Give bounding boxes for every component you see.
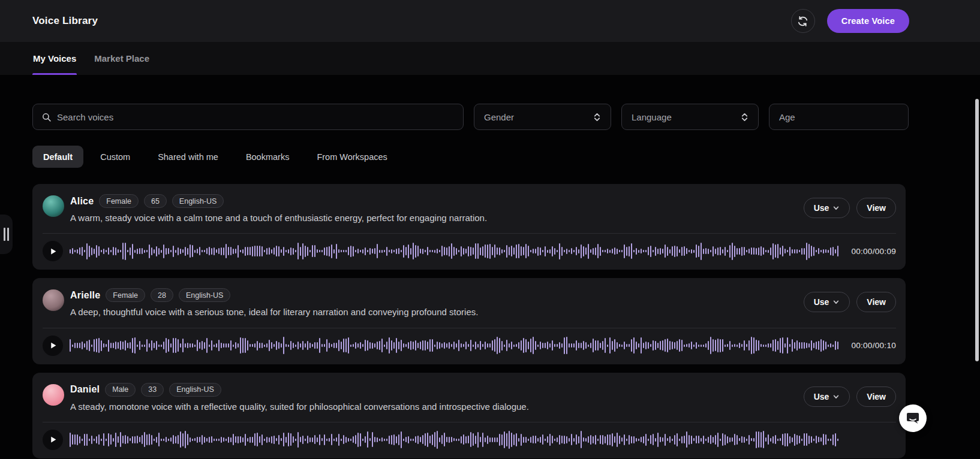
chevron-down-icon [832, 298, 840, 306]
voice-card-header: Arielle Female 28 English-US A deep, tho… [43, 288, 896, 318]
gender-badge: Female [106, 288, 145, 302]
main-tabs: My Voices Market Place [0, 42, 980, 75]
drag-handle-icon [4, 228, 9, 241]
page-title: Voice Library [32, 15, 98, 27]
voice-card: Alice Female 65 English-US A warm, stead… [32, 184, 906, 270]
chevron-up-down-icon [741, 113, 748, 122]
play-button[interactable] [43, 241, 63, 261]
chevron-up-down-icon [593, 113, 601, 122]
gender-badge: Male [105, 383, 136, 397]
category-tab-bookmarks[interactable]: Bookmarks [235, 146, 300, 168]
chevron-down-icon [832, 393, 840, 400]
category-tab-default[interactable]: Default [32, 146, 83, 168]
play-icon [49, 247, 57, 255]
refresh-icon [797, 16, 808, 27]
play-button[interactable] [43, 336, 63, 356]
search-icon [41, 112, 52, 122]
header-actions: Create Voice [791, 9, 909, 33]
search-input[interactable] [57, 112, 455, 122]
category-tab-from-workspaces[interactable]: From Workspaces [306, 146, 398, 168]
voice-card: Daniel Male 33 English-US A steady, mono… [32, 373, 906, 458]
age-badge: 28 [151, 288, 173, 302]
chat-launcher-button[interactable] [899, 404, 927, 432]
voice-name: Alice [70, 196, 94, 207]
use-button-label: Use [814, 297, 829, 307]
age-badge: 33 [141, 383, 164, 397]
view-button-label: View [867, 297, 886, 307]
tab-market-place[interactable]: Market Place [94, 42, 150, 75]
view-button[interactable]: View [856, 292, 896, 312]
waveform[interactable] [70, 336, 839, 356]
voice-name-row: Alice Female 65 English-US [70, 194, 804, 208]
time-display: 00:00/00:09 [846, 247, 896, 256]
voice-card-header: Alice Female 65 English-US A warm, stead… [43, 194, 896, 224]
create-voice-button[interactable]: Create Voice [827, 9, 909, 33]
time-display: 00:00/00:10 [846, 341, 896, 350]
play-icon [49, 436, 57, 443]
use-button-label: Use [814, 392, 829, 401]
language-badge: English-US [179, 288, 231, 302]
use-button[interactable]: Use [804, 292, 850, 312]
voice-name: Daniel [70, 384, 100, 395]
voice-description: A warm, steady voice with a calm tone an… [70, 212, 804, 224]
waveform[interactable] [70, 430, 839, 450]
category-tab-shared-with-me[interactable]: Shared with me [147, 146, 229, 168]
gender-badge: Female [99, 194, 139, 208]
play-button[interactable] [43, 430, 63, 450]
view-button-label: View [867, 203, 886, 213]
refresh-button[interactable] [791, 9, 815, 33]
scrollbar-thumb[interactable] [975, 99, 979, 361]
audio-player: 00:00/00:10 [43, 328, 896, 356]
voice-description: A steady, monotone voice with a reflecti… [70, 401, 804, 413]
voice-actions: Use View [804, 386, 896, 407]
tab-my-voices[interactable]: My Voices [32, 42, 77, 75]
scrollbar [974, 78, 980, 459]
language-badge: English-US [172, 194, 224, 208]
main-content: Gender Language Default Custom [0, 75, 980, 458]
gender-select-label: Gender [484, 112, 514, 122]
category-tab-custom[interactable]: Custom [89, 146, 141, 168]
voice-name: Arielle [70, 290, 100, 301]
voice-name-row: Arielle Female 28 English-US [70, 288, 804, 302]
voice-library-app: Voice Library Create Voice My Voices Mar… [0, 0, 980, 459]
voice-card: Arielle Female 28 English-US A deep, tho… [32, 278, 906, 364]
language-badge: English-US [169, 383, 221, 397]
age-input[interactable] [769, 104, 909, 130]
voice-description: A deep, thoughtful voice with a serious … [70, 306, 804, 318]
voice-actions: Use View [804, 292, 896, 312]
voice-avatar [43, 384, 64, 406]
use-button-label: Use [814, 203, 829, 213]
app-header: Voice Library Create Voice [0, 0, 980, 42]
gender-select[interactable]: Gender [474, 104, 611, 130]
search-box [32, 104, 464, 130]
play-icon [49, 342, 57, 349]
use-button[interactable]: Use [804, 386, 850, 407]
voice-card-header: Daniel Male 33 English-US A steady, mono… [43, 383, 896, 413]
voice-name-row: Daniel Male 33 English-US [70, 383, 804, 397]
filter-row: Gender Language [32, 104, 906, 130]
voice-actions: Use View [804, 198, 896, 218]
voice-info: Alice Female 65 English-US A warm, stead… [70, 194, 804, 224]
view-button-label: View [867, 392, 886, 401]
category-tabs: Default Custom Shared with me Bookmarks … [32, 146, 906, 168]
view-button[interactable]: View [856, 386, 896, 407]
age-badge: 65 [144, 194, 167, 208]
view-button[interactable]: View [856, 198, 896, 218]
language-select-label: Language [632, 112, 672, 122]
language-select[interactable]: Language [621, 104, 759, 130]
voice-avatar [43, 195, 64, 217]
use-button[interactable]: Use [804, 198, 850, 218]
audio-player [43, 422, 896, 450]
voice-avatar [43, 289, 64, 311]
voice-list: Alice Female 65 English-US A warm, stead… [32, 184, 906, 458]
waveform[interactable] [70, 241, 839, 261]
audio-player: 00:00/00:09 [43, 233, 896, 261]
chat-bubble-icon [906, 411, 920, 425]
chevron-down-icon [832, 204, 840, 212]
voice-info: Daniel Male 33 English-US A steady, mono… [70, 383, 804, 413]
voice-info: Arielle Female 28 English-US A deep, tho… [70, 288, 804, 318]
sidebar-toggle[interactable] [0, 215, 13, 254]
